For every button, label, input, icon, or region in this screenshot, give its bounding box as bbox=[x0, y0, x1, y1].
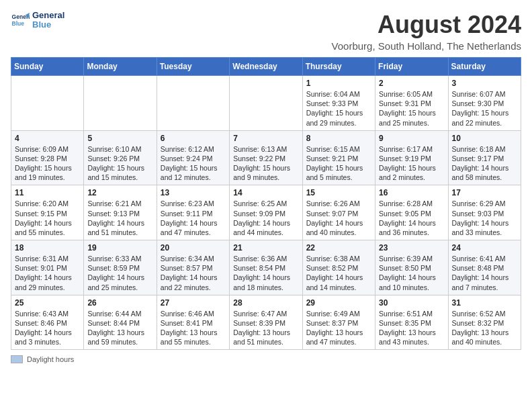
calendar-cell: 17Sunrise: 6:29 AM Sunset: 9:03 PM Dayli… bbox=[448, 185, 521, 240]
calendar-cell: 27Sunrise: 6:46 AM Sunset: 8:41 PM Dayli… bbox=[157, 295, 229, 350]
calendar-cell: 14Sunrise: 6:25 AM Sunset: 9:09 PM Dayli… bbox=[230, 185, 302, 240]
month-year-title: August 2024 bbox=[332, 11, 521, 39]
legend: Daylight hours bbox=[11, 355, 521, 363]
legend-color-box bbox=[11, 355, 23, 363]
day-number: 4 bbox=[15, 134, 80, 143]
col-header-saturday: Saturday bbox=[448, 58, 521, 76]
day-info: Sunrise: 6:13 AM Sunset: 9:22 PM Dayligh… bbox=[233, 144, 298, 183]
calendar-cell: 9Sunrise: 6:17 AM Sunset: 9:19 PM Daylig… bbox=[375, 130, 448, 185]
calendar-cell: 26Sunrise: 6:44 AM Sunset: 8:44 PM Dayli… bbox=[84, 295, 157, 350]
day-info: Sunrise: 6:25 AM Sunset: 9:09 PM Dayligh… bbox=[233, 199, 298, 237]
logo-text-line2: Blue bbox=[32, 20, 64, 30]
title-block: August 2024 Voorburg, South Holland, The… bbox=[332, 11, 521, 52]
day-number: 7 bbox=[233, 134, 298, 143]
calendar-cell bbox=[230, 76, 302, 131]
day-info: Sunrise: 6:28 AM Sunset: 9:05 PM Dayligh… bbox=[379, 199, 444, 237]
day-number: 5 bbox=[87, 134, 152, 143]
day-number: 3 bbox=[452, 79, 517, 88]
day-info: Sunrise: 6:51 AM Sunset: 8:35 PM Dayligh… bbox=[379, 309, 444, 347]
day-number: 10 bbox=[452, 134, 517, 143]
week-row-1: 1Sunrise: 6:04 AM Sunset: 9:33 PM Daylig… bbox=[11, 76, 521, 131]
col-header-friday: Friday bbox=[375, 58, 448, 76]
calendar-cell: 5Sunrise: 6:10 AM Sunset: 9:26 PM Daylig… bbox=[84, 130, 157, 185]
day-info: Sunrise: 6:18 AM Sunset: 9:17 PM Dayligh… bbox=[452, 144, 517, 183]
day-info: Sunrise: 6:26 AM Sunset: 9:07 PM Dayligh… bbox=[306, 199, 371, 237]
legend-label: Daylight hours bbox=[27, 355, 74, 363]
calendar-cell: 16Sunrise: 6:28 AM Sunset: 9:05 PM Dayli… bbox=[375, 185, 448, 240]
day-number: 2 bbox=[379, 79, 444, 88]
day-info: Sunrise: 6:38 AM Sunset: 8:52 PM Dayligh… bbox=[306, 254, 371, 292]
week-row-4: 18Sunrise: 6:31 AM Sunset: 9:01 PM Dayli… bbox=[11, 240, 521, 295]
week-row-2: 4Sunrise: 6:09 AM Sunset: 9:28 PM Daylig… bbox=[11, 130, 521, 185]
day-number: 12 bbox=[87, 188, 152, 197]
day-number: 24 bbox=[452, 243, 517, 253]
day-number: 19 bbox=[87, 243, 152, 253]
logo-text-line1: General bbox=[32, 11, 64, 20]
day-number: 14 bbox=[233, 188, 298, 197]
page-header: General Blue General Blue August 2024 Vo… bbox=[11, 11, 521, 52]
calendar-cell: 19Sunrise: 6:33 AM Sunset: 8:59 PM Dayli… bbox=[84, 240, 157, 295]
day-number: 16 bbox=[379, 188, 444, 197]
calendar-cell: 4Sunrise: 6:09 AM Sunset: 9:28 PM Daylig… bbox=[11, 130, 84, 185]
svg-text:Blue: Blue bbox=[12, 20, 25, 27]
calendar-cell: 21Sunrise: 6:36 AM Sunset: 8:54 PM Dayli… bbox=[230, 240, 302, 295]
day-info: Sunrise: 6:04 AM Sunset: 9:33 PM Dayligh… bbox=[306, 89, 371, 128]
day-info: Sunrise: 6:49 AM Sunset: 8:37 PM Dayligh… bbox=[306, 309, 371, 347]
day-info: Sunrise: 6:12 AM Sunset: 9:24 PM Dayligh… bbox=[161, 144, 226, 183]
day-number: 8 bbox=[306, 134, 371, 143]
calendar-header-row: SundayMondayTuesdayWednesdayThursdayFrid… bbox=[11, 58, 521, 76]
calendar-cell: 12Sunrise: 6:21 AM Sunset: 9:13 PM Dayli… bbox=[84, 185, 157, 240]
day-info: Sunrise: 6:23 AM Sunset: 9:11 PM Dayligh… bbox=[161, 199, 226, 237]
week-row-5: 25Sunrise: 6:43 AM Sunset: 8:46 PM Dayli… bbox=[11, 295, 521, 350]
calendar-cell: 7Sunrise: 6:13 AM Sunset: 9:22 PM Daylig… bbox=[230, 130, 302, 185]
calendar-cell: 22Sunrise: 6:38 AM Sunset: 8:52 PM Dayli… bbox=[302, 240, 375, 295]
day-number: 15 bbox=[306, 188, 371, 197]
day-info: Sunrise: 6:21 AM Sunset: 9:13 PM Dayligh… bbox=[87, 199, 152, 237]
calendar-cell: 23Sunrise: 6:39 AM Sunset: 8:50 PM Dayli… bbox=[375, 240, 448, 295]
day-info: Sunrise: 6:17 AM Sunset: 9:19 PM Dayligh… bbox=[379, 144, 444, 183]
calendar-cell: 25Sunrise: 6:43 AM Sunset: 8:46 PM Dayli… bbox=[11, 295, 84, 350]
day-info: Sunrise: 6:46 AM Sunset: 8:41 PM Dayligh… bbox=[161, 309, 226, 347]
day-info: Sunrise: 6:15 AM Sunset: 9:21 PM Dayligh… bbox=[306, 144, 371, 183]
day-number: 11 bbox=[15, 188, 80, 197]
day-number: 27 bbox=[161, 298, 226, 308]
day-info: Sunrise: 6:05 AM Sunset: 9:31 PM Dayligh… bbox=[379, 89, 444, 128]
day-info: Sunrise: 6:10 AM Sunset: 9:26 PM Dayligh… bbox=[87, 144, 152, 183]
day-number: 9 bbox=[379, 134, 444, 143]
calendar-cell: 8Sunrise: 6:15 AM Sunset: 9:21 PM Daylig… bbox=[302, 130, 375, 185]
col-header-thursday: Thursday bbox=[302, 58, 375, 76]
calendar-cell: 31Sunrise: 6:52 AM Sunset: 8:32 PM Dayli… bbox=[448, 295, 521, 350]
day-info: Sunrise: 6:39 AM Sunset: 8:50 PM Dayligh… bbox=[379, 254, 444, 292]
day-info: Sunrise: 6:09 AM Sunset: 9:28 PM Dayligh… bbox=[15, 144, 80, 183]
calendar-table: SundayMondayTuesdayWednesdayThursdayFrid… bbox=[11, 57, 521, 350]
day-number: 30 bbox=[379, 298, 444, 308]
calendar-cell: 20Sunrise: 6:34 AM Sunset: 8:57 PM Dayli… bbox=[157, 240, 229, 295]
calendar-cell: 30Sunrise: 6:51 AM Sunset: 8:35 PM Dayli… bbox=[375, 295, 448, 350]
day-number: 18 bbox=[15, 243, 80, 253]
day-number: 20 bbox=[161, 243, 226, 253]
day-info: Sunrise: 6:44 AM Sunset: 8:44 PM Dayligh… bbox=[87, 309, 152, 347]
calendar-cell: 2Sunrise: 6:05 AM Sunset: 9:31 PM Daylig… bbox=[375, 76, 448, 131]
calendar-cell: 29Sunrise: 6:49 AM Sunset: 8:37 PM Dayli… bbox=[302, 295, 375, 350]
calendar-cell: 18Sunrise: 6:31 AM Sunset: 9:01 PM Dayli… bbox=[11, 240, 84, 295]
logo-icon: General Blue bbox=[11, 11, 30, 30]
day-info: Sunrise: 6:41 AM Sunset: 8:48 PM Dayligh… bbox=[452, 254, 517, 292]
calendar-cell: 6Sunrise: 6:12 AM Sunset: 9:24 PM Daylig… bbox=[157, 130, 229, 185]
calendar-cell bbox=[84, 76, 157, 131]
day-number: 25 bbox=[15, 298, 80, 308]
day-number: 1 bbox=[306, 79, 371, 88]
day-info: Sunrise: 6:47 AM Sunset: 8:39 PM Dayligh… bbox=[233, 309, 298, 347]
col-header-sunday: Sunday bbox=[11, 58, 84, 76]
calendar-cell: 10Sunrise: 6:18 AM Sunset: 9:17 PM Dayli… bbox=[448, 130, 521, 185]
logo: General Blue General Blue bbox=[11, 11, 64, 30]
day-number: 17 bbox=[452, 188, 517, 197]
calendar-cell: 24Sunrise: 6:41 AM Sunset: 8:48 PM Dayli… bbox=[448, 240, 521, 295]
week-row-3: 11Sunrise: 6:20 AM Sunset: 9:15 PM Dayli… bbox=[11, 185, 521, 240]
day-info: Sunrise: 6:07 AM Sunset: 9:30 PM Dayligh… bbox=[452, 89, 517, 128]
calendar-cell: 28Sunrise: 6:47 AM Sunset: 8:39 PM Dayli… bbox=[230, 295, 302, 350]
day-info: Sunrise: 6:43 AM Sunset: 8:46 PM Dayligh… bbox=[15, 309, 80, 347]
day-info: Sunrise: 6:36 AM Sunset: 8:54 PM Dayligh… bbox=[233, 254, 298, 292]
day-info: Sunrise: 6:52 AM Sunset: 8:32 PM Dayligh… bbox=[452, 309, 517, 347]
day-number: 21 bbox=[233, 243, 298, 253]
day-info: Sunrise: 6:29 AM Sunset: 9:03 PM Dayligh… bbox=[452, 199, 517, 237]
